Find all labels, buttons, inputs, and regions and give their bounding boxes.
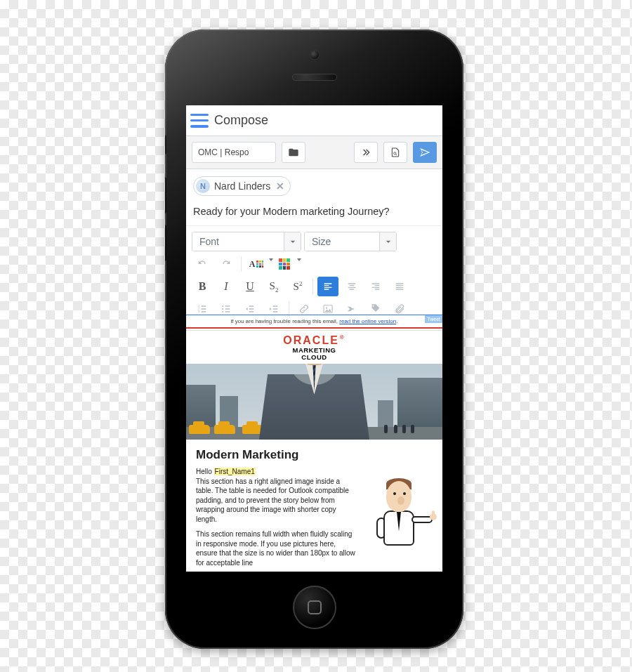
preview-button[interactable] <box>383 142 407 163</box>
align-right-icon <box>370 281 381 292</box>
svg-point-4 <box>222 305 223 307</box>
bold-button[interactable]: B <box>192 277 213 296</box>
redo-icon <box>220 258 232 270</box>
preview-body: Modern Marketing Hello First_Name1 This … <box>186 440 442 570</box>
folder-button[interactable] <box>282 142 305 163</box>
mute-switch[interactable] <box>165 135 166 154</box>
font-select[interactable]: Font <box>192 232 301 251</box>
trouble-text: if you are having trouble reading this e… <box>231 318 340 324</box>
home-button[interactable] <box>293 586 336 629</box>
preview-heading: Modern Marketing <box>196 448 433 462</box>
app-header: Compose <box>186 105 442 136</box>
preview-para1: This section has a right aligned image i… <box>196 477 358 525</box>
chevron-down-icon <box>284 232 301 251</box>
front-camera <box>310 51 319 59</box>
text-color-swatch-icon <box>256 261 263 268</box>
tweet-flag[interactable]: Tweet <box>425 315 442 323</box>
italic-button[interactable]: I <box>216 277 237 296</box>
chevron-down-icon <box>379 232 396 251</box>
preview-text: This section has a right aligned image i… <box>196 477 358 570</box>
bulleted-list-icon <box>220 303 232 315</box>
size-select-label: Size <box>305 236 338 247</box>
align-left-button[interactable] <box>317 277 338 296</box>
tag-icon <box>370 303 381 315</box>
align-left-icon <box>322 281 334 292</box>
send-button[interactable] <box>413 142 437 163</box>
undo-icon <box>197 258 208 270</box>
align-justify-button[interactable] <box>389 277 410 296</box>
editor-wrap: Font Size <box>186 226 442 570</box>
svg-point-5 <box>222 308 223 310</box>
align-right-button[interactable] <box>365 277 386 296</box>
online-version-link[interactable]: read the online version <box>339 318 396 324</box>
volume-up-button[interactable] <box>165 177 166 213</box>
bg-color-swatch-icon <box>279 258 290 270</box>
redo-button[interactable] <box>216 254 237 274</box>
subscript-button[interactable]: S2 <box>263 277 284 296</box>
subject-chip[interactable]: OMC | Respo <box>192 142 276 163</box>
merge-arrow-icon <box>346 303 357 315</box>
subject-text: Ready for your Modern marketing Journey? <box>193 206 390 217</box>
preview-greeting: Hello First_Name1 <box>196 468 433 475</box>
align-justify-icon <box>394 281 405 292</box>
bg-color-button[interactable] <box>274 254 295 274</box>
undo-button[interactable] <box>192 254 213 274</box>
brand-sub2: CLOUD <box>186 354 442 361</box>
font-select-label: Font <box>192 236 226 247</box>
rich-text-toolbar: Font Size <box>186 226 442 315</box>
hero-figure <box>259 364 370 440</box>
svg-text:3: 3 <box>198 310 200 313</box>
numbered-list-icon: 123 <box>197 303 208 315</box>
subject-chip-text: OMC | Respo <box>198 147 249 157</box>
page-title: Compose <box>214 113 268 128</box>
stage: Compose OMC | Respo <box>0 0 632 672</box>
avatar: N <box>196 179 210 193</box>
earpiece <box>292 74 337 81</box>
phone-frame: Compose OMC | Respo <box>165 29 463 649</box>
recipient-name: Nard Linders <box>214 180 270 192</box>
email-preview[interactable]: if you are having trouble reading this e… <box>186 315 442 570</box>
image-icon <box>322 303 334 315</box>
avatar-initial: N <box>200 182 206 190</box>
align-center-icon <box>346 281 357 292</box>
home-icon <box>308 600 322 614</box>
svg-point-0 <box>394 152 396 154</box>
screen: Compose OMC | Respo <box>186 105 442 572</box>
svg-point-6 <box>222 311 223 312</box>
outdent-icon <box>244 303 256 315</box>
preview-topbar: if you are having trouble reading this e… <box>186 315 442 327</box>
expand-button[interactable] <box>354 142 378 163</box>
action-bar: OMC | Respo <box>186 136 442 169</box>
brand-name: ORACLE <box>283 334 339 346</box>
remove-recipient-button[interactable]: ✕ <box>275 180 286 192</box>
preview-para2: This section remains full width when flu… <box>196 529 358 567</box>
size-select[interactable]: Size <box>304 232 397 251</box>
recipient-row: N Nard Linders ✕ <box>186 169 442 196</box>
text-color-button[interactable]: A <box>246 254 267 274</box>
paper-plane-icon <box>419 147 430 158</box>
superscript-button[interactable]: S2 <box>287 277 308 296</box>
recipient-chip[interactable]: N Nard Linders ✕ <box>193 176 291 196</box>
align-center-button[interactable] <box>341 277 362 296</box>
underline-button[interactable]: U <box>239 277 261 296</box>
svg-point-8 <box>326 308 327 309</box>
subject-field[interactable]: Ready for your Modern marketing Journey? <box>186 196 442 226</box>
document-search-icon <box>390 147 401 158</box>
brand-logo: ORACLE® MARKETING CLOUD <box>186 331 442 364</box>
hero-image <box>186 364 442 440</box>
folder-icon <box>288 147 299 158</box>
divider <box>186 327 442 329</box>
link-icon <box>298 303 310 315</box>
chevrons-right-icon <box>360 147 371 158</box>
preview-illustration <box>365 477 433 554</box>
paperclip-icon <box>394 303 405 315</box>
menu-button[interactable] <box>190 114 209 128</box>
indent-icon <box>268 303 279 315</box>
merge-placeholder: First_Name1 <box>214 468 256 475</box>
volume-down-button[interactable] <box>165 225 166 261</box>
